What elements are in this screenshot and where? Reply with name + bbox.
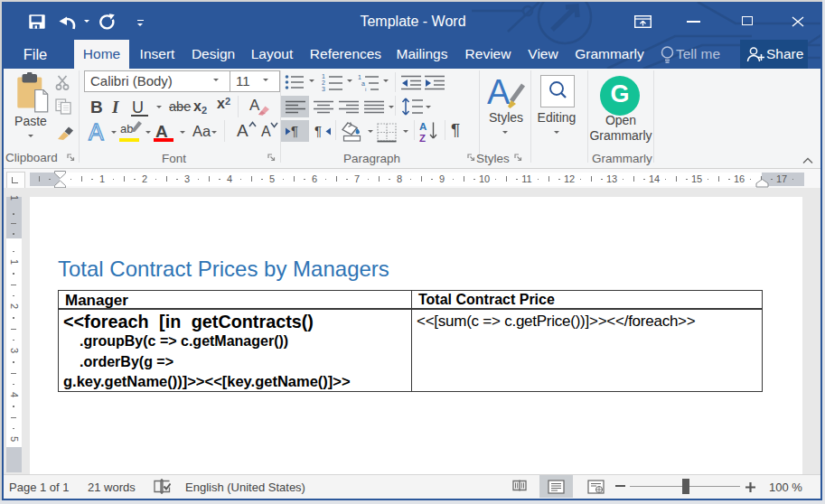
svg-text:Z: Z [419, 133, 426, 144]
svg-text:1: 1 [322, 73, 325, 79]
svg-text:2: 2 [322, 79, 325, 86]
svg-text:A: A [487, 73, 511, 109]
svg-text:a: a [361, 80, 365, 87]
svg-text:1: 1 [358, 74, 361, 80]
svg-text:3: 3 [322, 86, 325, 91]
svg-text:i: i [365, 87, 366, 91]
svg-text:A: A [419, 121, 427, 132]
